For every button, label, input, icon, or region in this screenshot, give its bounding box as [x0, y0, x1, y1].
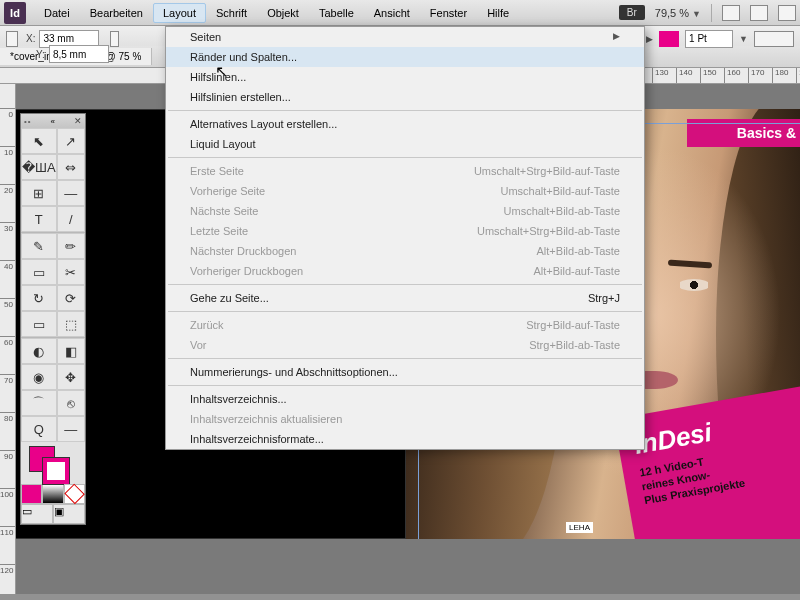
view-mode-row: ▭▣ — [21, 504, 85, 524]
menu-shortcut: Alt+Bild-ab-Taste — [537, 245, 620, 257]
menu-item-label: Alternatives Layout erstellen... — [190, 118, 337, 130]
menu-bearbeiten[interactable]: Bearbeiten — [80, 3, 153, 23]
bridge-button[interactable]: Br — [619, 5, 645, 20]
pen-tool[interactable]: ✏ — [57, 233, 85, 259]
menu-item-hilfslinien[interactable]: Hilfslinien... — [166, 67, 644, 87]
apply-color[interactable] — [21, 484, 42, 504]
selection-tool[interactable]: ⬉ — [21, 128, 57, 154]
stroke-weight-input[interactable] — [685, 30, 733, 48]
menu-separator — [168, 110, 642, 111]
menu-tabelle[interactable]: Tabelle — [309, 3, 364, 23]
polygon-tool[interactable]: ⬚ — [57, 311, 85, 337]
menu-item-erste-seite: Erste SeiteUmschalt+Strg+Bild-auf-Taste — [166, 161, 644, 181]
menu-item-label: Vorheriger Druckbogen — [190, 265, 303, 277]
menu-item-gehe-zu-seite[interactable]: Gehe zu Seite...Strg+J — [166, 288, 644, 308]
menu-objekt[interactable]: Objekt — [257, 3, 309, 23]
screen-mode-icon[interactable] — [750, 5, 768, 21]
submenu-arrow-icon: ▶ — [613, 31, 620, 43]
x-label: X: — [26, 33, 35, 44]
view-options-icon[interactable] — [722, 5, 740, 21]
scissors-tool[interactable]: ✂ — [57, 259, 85, 285]
pencil-tool[interactable]: ✎ — [21, 233, 57, 259]
menu-separator — [168, 157, 642, 158]
menubar: Id Datei Bearbeiten Layout Schrift Objek… — [0, 0, 800, 26]
color-mode-row — [21, 484, 85, 504]
menu-item-label: Nummerierungs- und Abschnittsoptionen... — [190, 366, 398, 378]
toolbox-header[interactable]: •• « ✕ — [21, 114, 85, 128]
preview-view[interactable]: ▣ — [53, 504, 85, 524]
menu-shortcut: Strg+Bild-ab-Taste — [529, 339, 620, 351]
chevron-down-icon[interactable]: ▼ — [739, 34, 748, 44]
zoom-level[interactable]: 79,5 % ▼ — [655, 7, 701, 19]
menu-separator — [168, 385, 642, 386]
collapse-icon[interactable]: « — [51, 117, 55, 126]
chevron-down-icon[interactable]: ▶ — [646, 34, 653, 44]
menu-item-label: Zurück — [190, 319, 224, 331]
menu-fenster[interactable]: Fenster — [420, 3, 477, 23]
menu-item-label: Ränder und Spalten... — [190, 51, 297, 63]
stroke-swatch[interactable] — [659, 31, 679, 47]
free-transform-tool[interactable]: ↻ — [21, 285, 57, 311]
ref2-icon[interactable] — [110, 31, 120, 47]
menu-item-nummerierungs-und-abschnittsoptionen[interactable]: Nummerierungs- und Abschnittsoptionen... — [166, 362, 644, 382]
menu-item-label: Hilfslinien... — [190, 71, 246, 83]
arrange-icon[interactable] — [778, 5, 796, 21]
menu-item-inhaltsverzeichnis-aktualisieren: Inhaltsverzeichnis aktualisieren — [166, 409, 644, 429]
direct-selection-tool[interactable]: ↗ — [57, 128, 85, 154]
menu-item-inhaltsverzeichnis[interactable]: Inhaltsverzeichnis... — [166, 389, 644, 409]
menu-datei[interactable]: Datei — [34, 3, 80, 23]
page-tool[interactable]: �ША — [21, 154, 57, 180]
menu-item-seiten[interactable]: Seiten▶ — [166, 27, 644, 47]
eyedropper-tool[interactable]: ◉ — [21, 364, 57, 390]
measure-tool[interactable]: ✥ — [57, 364, 85, 390]
rectangle-tool[interactable]: ▭ — [21, 311, 57, 337]
type-tool[interactable]: T — [21, 206, 57, 232]
gap-tool[interactable]: ⇔ — [57, 154, 85, 180]
stroke-proxy[interactable] — [43, 458, 69, 484]
menu-item-n-chster-druckbogen: Nächster DruckbogenAlt+Bild-ab-Taste — [166, 241, 644, 261]
line-tool[interactable]: / — [57, 206, 85, 232]
app-icon: Id — [4, 2, 26, 24]
menu-item-r-nder-und-spalten[interactable]: Ränder und Spalten... — [166, 47, 644, 67]
menu-shortcut: Alt+Bild-auf-Taste — [533, 265, 620, 277]
menu-item-label: Hilfslinien erstellen... — [190, 91, 291, 103]
line-tool[interactable]: — — [57, 180, 85, 206]
rectangle-frame-tool[interactable]: ▭ — [21, 259, 57, 285]
note-tool[interactable]: Q — [21, 416, 57, 442]
stroke-style-icon[interactable] — [754, 31, 794, 47]
toolbox: •• « ✕ ⬉↗�ША⇔⊞—T/✎✏▭✂↻⟳▭⬚◐◧◉✥⌒⎋Q—▭▣ — [20, 113, 86, 525]
menu-item-n-chste-seite: Nächste SeiteUmschalt+Bild-ab-Taste — [166, 201, 644, 221]
vertical-ruler: 0 10 20 30 40 50 60 70 80 90 100 110 120 — [0, 84, 16, 594]
menu-separator — [168, 358, 642, 359]
menu-item-label: Inhaltsverzeichnis aktualisieren — [190, 413, 342, 425]
stroke-controls: ▶ ▼ — [620, 30, 794, 48]
content-collector-tool[interactable]: ⊞ — [21, 180, 57, 206]
y-input[interactable] — [49, 45, 109, 63]
zoom-tool[interactable]: ⎋ — [57, 390, 85, 416]
view-tool[interactable]: — — [57, 416, 85, 442]
normal-view[interactable]: ▭ — [21, 504, 53, 524]
apply-none[interactable] — [64, 484, 85, 504]
menu-item-label: Letzte Seite — [190, 225, 248, 237]
gradient-swatch-tool[interactable]: ◐ — [21, 338, 57, 364]
menu-item-hilfslinien-erstellen[interactable]: Hilfslinien erstellen... — [166, 87, 644, 107]
menu-item-inhaltsverzeichnisformate[interactable]: Inhaltsverzeichnisformate... — [166, 429, 644, 449]
close-icon[interactable]: ✕ — [74, 116, 82, 126]
menu-item-alternatives-layout-erstellen[interactable]: Alternatives Layout erstellen... — [166, 114, 644, 134]
menu-item-letzte-seite: Letzte SeiteUmschalt+Strg+Bild-ab-Taste — [166, 221, 644, 241]
menu-ansicht[interactable]: Ansicht — [364, 3, 420, 23]
menu-layout[interactable]: Layout — [153, 3, 206, 23]
gradient-feather-tool[interactable]: ◧ — [57, 338, 85, 364]
menu-hilfe[interactable]: Hilfe — [477, 3, 519, 23]
fill-stroke-proxy[interactable] — [21, 442, 85, 484]
rotate-tool[interactable]: ⟳ — [57, 285, 85, 311]
separator — [711, 4, 712, 22]
hand-tool[interactable]: ⌒ — [21, 390, 57, 416]
portrait-eye — [678, 279, 710, 291]
layout-menu-dropdown: Seiten▶Ränder und Spalten...Hilfslinien.… — [165, 26, 645, 450]
menu-schrift[interactable]: Schrift — [206, 3, 257, 23]
apply-gradient[interactable] — [42, 484, 63, 504]
menu-item-label: Vor — [190, 339, 207, 351]
menu-item-liquid-layout[interactable]: Liquid Layout — [166, 134, 644, 154]
reference-point-icon[interactable] — [6, 31, 18, 47]
